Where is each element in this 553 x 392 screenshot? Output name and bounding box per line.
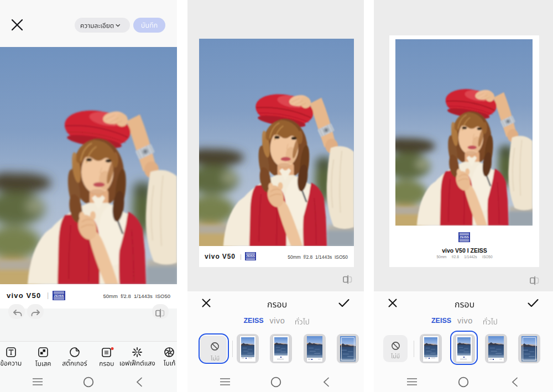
svg-text:ZEISS: ZEISS <box>54 294 64 297</box>
svg-text:ZEISS: ZEISS <box>460 236 469 239</box>
svg-text:ZEISS: ZEISS <box>246 254 255 258</box>
